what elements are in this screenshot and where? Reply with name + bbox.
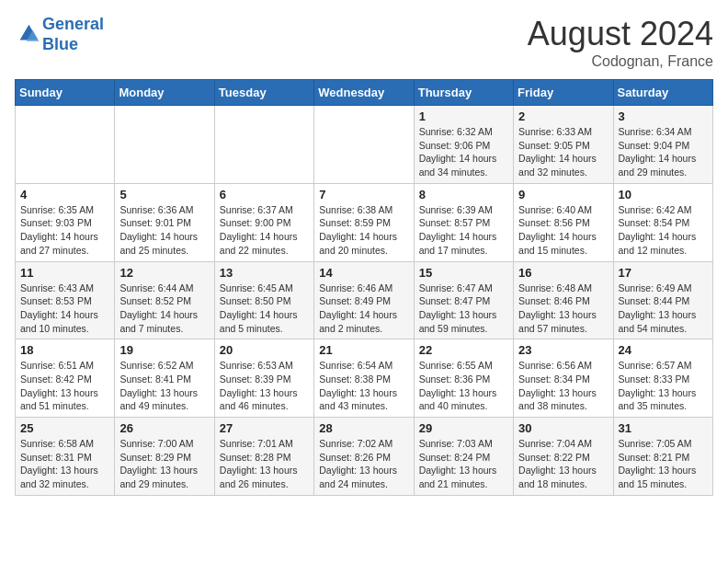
col-header-friday: Friday [514,80,613,106]
calendar-table: SundayMondayTuesdayWednesdayThursdayFrid… [15,79,713,496]
day-number: 19 [119,343,209,357]
day-detail: Sunrise: 6:48 AM Sunset: 8:46 PM Dayligh… [518,282,608,336]
col-header-thursday: Thursday [414,80,513,106]
day-number: 24 [619,343,708,357]
day-number: 20 [220,343,309,357]
day-detail: Sunrise: 6:38 AM Sunset: 8:59 PM Dayligh… [319,203,408,258]
day-detail: Sunrise: 6:47 AM Sunset: 8:47 PM Dayligh… [419,282,508,336]
location-subtitle: Codognan, France [528,53,713,70]
day-detail: Sunrise: 7:03 AM Sunset: 8:24 PM Dayligh… [419,437,508,491]
day-detail: Sunrise: 6:33 AM Sunset: 9:05 PM Dayligh… [518,125,608,179]
day-number: 7 [319,188,408,201]
day-number: 4 [20,188,109,201]
day-detail: Sunrise: 6:55 AM Sunset: 8:36 PM Dayligh… [419,359,508,413]
week-row-4: 18Sunrise: 6:51 AM Sunset: 8:42 PM Dayli… [16,339,713,418]
calendar-cell: 21Sunrise: 6:54 AM Sunset: 8:38 PM Dayli… [314,339,414,418]
day-detail: Sunrise: 6:36 AM Sunset: 9:01 PM Dayligh… [119,203,209,258]
calendar-cell: 4Sunrise: 6:35 AM Sunset: 9:03 PM Daylig… [16,183,115,261]
day-number: 13 [220,266,309,280]
calendar-cell: 19Sunrise: 6:52 AM Sunset: 8:41 PM Dayli… [115,339,214,418]
col-header-wednesday: Wednesday [314,80,414,106]
calendar-cell [115,106,214,184]
day-number: 21 [319,343,408,357]
calendar-cell: 25Sunrise: 6:58 AM Sunset: 8:31 PM Dayli… [16,418,115,496]
day-detail: Sunrise: 6:52 AM Sunset: 8:41 PM Dayligh… [119,359,209,413]
day-detail: Sunrise: 6:58 AM Sunset: 8:31 PM Dayligh… [20,437,109,491]
day-number: 27 [220,421,309,435]
calendar-cell [214,106,313,184]
calendar-cell: 7Sunrise: 6:38 AM Sunset: 8:59 PM Daylig… [314,183,414,261]
day-number: 29 [419,421,508,435]
calendar-cell: 2Sunrise: 6:33 AM Sunset: 9:05 PM Daylig… [514,106,613,184]
col-header-tuesday: Tuesday [214,80,313,106]
day-detail: Sunrise: 6:49 AM Sunset: 8:44 PM Dayligh… [619,282,708,336]
day-detail: Sunrise: 7:05 AM Sunset: 8:21 PM Dayligh… [619,437,708,491]
day-detail: Sunrise: 6:34 AM Sunset: 9:04 PM Dayligh… [619,125,708,179]
day-detail: Sunrise: 6:40 AM Sunset: 8:56 PM Dayligh… [518,203,608,258]
day-detail: Sunrise: 6:43 AM Sunset: 8:53 PM Dayligh… [20,282,109,336]
day-detail: Sunrise: 7:02 AM Sunset: 8:26 PM Dayligh… [319,437,408,491]
title-block: August 2024 Codognan, France [528,15,713,70]
day-number: 6 [220,188,309,201]
col-header-sunday: Sunday [16,80,115,106]
calendar-cell: 8Sunrise: 6:39 AM Sunset: 8:57 PM Daylig… [414,183,513,261]
calendar-cell: 23Sunrise: 6:56 AM Sunset: 8:34 PM Dayli… [514,339,613,418]
calendar-cell: 15Sunrise: 6:47 AM Sunset: 8:47 PM Dayli… [414,261,513,339]
calendar-cell: 29Sunrise: 7:03 AM Sunset: 8:24 PM Dayli… [414,418,513,496]
calendar-cell: 6Sunrise: 6:37 AM Sunset: 9:00 PM Daylig… [214,183,313,261]
calendar-cell: 13Sunrise: 6:45 AM Sunset: 8:50 PM Dayli… [214,261,313,339]
day-detail: Sunrise: 7:01 AM Sunset: 8:28 PM Dayligh… [220,437,309,491]
day-detail: Sunrise: 6:51 AM Sunset: 8:42 PM Dayligh… [20,359,109,413]
calendar-cell: 18Sunrise: 6:51 AM Sunset: 8:42 PM Dayli… [16,339,115,418]
day-number: 12 [119,266,209,280]
calendar-cell: 5Sunrise: 6:36 AM Sunset: 9:01 PM Daylig… [115,183,214,261]
day-detail: Sunrise: 6:37 AM Sunset: 9:00 PM Dayligh… [220,203,309,258]
day-number: 30 [518,421,608,435]
col-header-monday: Monday [115,80,214,106]
calendar-cell: 3Sunrise: 6:34 AM Sunset: 9:04 PM Daylig… [613,106,712,184]
day-number: 25 [20,421,109,435]
day-number: 15 [419,266,508,280]
day-detail: Sunrise: 6:54 AM Sunset: 8:38 PM Dayligh… [319,359,408,413]
day-detail: Sunrise: 6:46 AM Sunset: 8:49 PM Dayligh… [319,282,408,336]
day-number: 14 [319,266,408,280]
day-number: 31 [619,421,708,435]
day-number: 16 [518,266,608,280]
calendar-cell: 14Sunrise: 6:46 AM Sunset: 8:49 PM Dayli… [314,261,414,339]
day-number: 3 [619,109,708,123]
day-detail: Sunrise: 7:04 AM Sunset: 8:22 PM Dayligh… [518,437,608,491]
calendar-cell: 28Sunrise: 7:02 AM Sunset: 8:26 PM Dayli… [314,418,414,496]
calendar-cell: 24Sunrise: 6:57 AM Sunset: 8:33 PM Dayli… [613,339,712,418]
week-row-1: 1Sunrise: 6:32 AM Sunset: 9:06 PM Daylig… [16,106,713,184]
day-number: 2 [518,109,608,123]
calendar-cell: 30Sunrise: 7:04 AM Sunset: 8:22 PM Dayli… [514,418,613,496]
col-header-saturday: Saturday [613,80,712,106]
calendar-cell [314,106,414,184]
calendar-cell: 17Sunrise: 6:49 AM Sunset: 8:44 PM Dayli… [613,261,712,339]
week-row-3: 11Sunrise: 6:43 AM Sunset: 8:53 PM Dayli… [16,261,713,339]
calendar-cell: 26Sunrise: 7:00 AM Sunset: 8:29 PM Dayli… [115,418,214,496]
day-number: 22 [419,343,508,357]
calendar-cell: 9Sunrise: 6:40 AM Sunset: 8:56 PM Daylig… [514,183,613,261]
calendar-header-row: SundayMondayTuesdayWednesdayThursdayFrid… [16,80,713,106]
page-header: General Blue August 2024 Codognan, Franc… [15,15,713,70]
calendar-cell: 20Sunrise: 6:53 AM Sunset: 8:39 PM Dayli… [214,339,313,418]
week-row-5: 25Sunrise: 6:58 AM Sunset: 8:31 PM Dayli… [16,418,713,496]
day-detail: Sunrise: 6:56 AM Sunset: 8:34 PM Dayligh… [518,359,608,413]
day-number: 18 [20,343,109,357]
day-number: 9 [518,188,608,201]
day-detail: Sunrise: 6:57 AM Sunset: 8:33 PM Dayligh… [619,359,708,413]
calendar-cell: 12Sunrise: 6:44 AM Sunset: 8:52 PM Dayli… [115,261,214,339]
day-detail: Sunrise: 6:53 AM Sunset: 8:39 PM Dayligh… [220,359,309,413]
logo: General Blue [15,15,104,54]
day-detail: Sunrise: 6:32 AM Sunset: 9:06 PM Dayligh… [419,125,508,179]
day-number: 5 [119,188,209,201]
calendar-cell: 22Sunrise: 6:55 AM Sunset: 8:36 PM Dayli… [414,339,513,418]
calendar-cell: 1Sunrise: 6:32 AM Sunset: 9:06 PM Daylig… [414,106,513,184]
calendar-cell: 11Sunrise: 6:43 AM Sunset: 8:53 PM Dayli… [16,261,115,339]
calendar-cell: 27Sunrise: 7:01 AM Sunset: 8:28 PM Dayli… [214,418,313,496]
month-title: August 2024 [528,15,713,53]
day-number: 1 [419,109,508,123]
logo-icon [15,22,40,48]
day-detail: Sunrise: 6:39 AM Sunset: 8:57 PM Dayligh… [419,203,508,258]
